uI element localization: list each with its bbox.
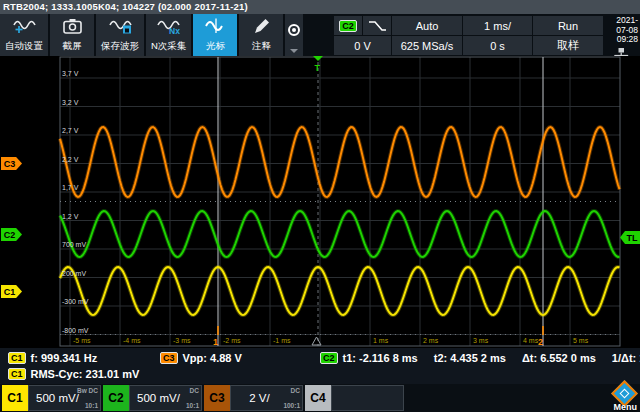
channel-scale-field[interactable] [331,385,404,411]
waveform-c2 [60,211,620,257]
voltage-label: 3,2 V [62,99,79,106]
time-label: 3 ms [473,337,489,344]
run-state-cell[interactable]: Run [533,16,603,35]
toolbar-handle[interactable] [285,14,303,56]
trigger-level: 0 V [354,40,371,52]
toolbar-button-label: N次采集 [151,40,186,53]
timebase-value: 1 ms/ [484,20,511,32]
sample-rate-cell[interactable]: 625 MSa/s [392,36,462,55]
channel-badge: C2 [320,352,338,364]
top-bar: 自动设置截屏保存波形NxN次采集光标注释 C2 Auto 1 ms/ Run [0,14,640,56]
voltage-label: -800 mV [62,327,89,334]
channel-scale-field[interactable]: 500 mV/Bw DC10:1 [28,385,101,411]
channel-scale-field[interactable]: 2 V/DC100:1 [230,385,303,411]
trigger-acquisition-panel: C2 Auto 1 ms/ Run 0 V 625 MSa/s [334,16,603,55]
channel-block-c1[interactable]: C1500 mV/Bw DC10:1 [2,385,101,411]
title-bar: RTB2004; 1333.1005K04; 104227 (02.000 20… [0,0,640,14]
channel-probe: 100:1 [283,402,300,409]
voltage-label: 200 mV [62,270,86,277]
graticule-svg: T3,7 V3,2 V2,7 V2,2 V1,7 V1,2 V700 mV200… [0,56,640,348]
time-label: -1 ms [273,337,291,344]
cursor-result-value: 1/Δt: 152.63 Hz [612,352,640,364]
channel-coupling-probe: Bw DC10:1 [77,387,98,409]
sine-cursor-icon [203,17,228,35]
chevron-down-icon [290,49,298,53]
voltage-label: 1,2 V [62,213,79,220]
channel-coupling-probe: DC100:1 [283,387,300,409]
trigger-mode-cell[interactable]: Auto [392,16,462,35]
sine-nx-icon: Nx [156,17,181,35]
horizontal-position: 0 s [490,40,505,52]
measurement-bar: C1f: 999.341 HzC3Vpp: 4.88 VC1RMS-Cyc: 2… [0,348,640,384]
channel-block-c2[interactable]: C2500 mV/DC10:1 [103,385,202,411]
measurement-value: f: 999.341 Hz [31,352,98,364]
voltage-label: 700 mV [62,241,86,248]
horizontal-position-cell[interactable]: 0 s [463,36,532,55]
date-label: 2021-07-08 [604,16,638,35]
trigger-position-icon[interactable] [313,56,323,61]
toolbar-button-cursor[interactable]: 光标 [193,14,237,56]
measurement-value: Vpp: 4.88 V [183,352,242,364]
channel-scale-field[interactable]: 500 mV/DC10:1 [129,385,202,411]
channel-bar: C1500 mV/Bw DC10:1C2500 mV/DC10:1C32 V/D… [0,384,640,412]
sine-save-icon [108,17,133,35]
voltage-label: 2,7 V [62,127,79,134]
trigger-level-cell[interactable]: 0 V [334,36,391,55]
channel-name-badge: C2 [103,385,129,411]
acquisition-mode: 取样 [557,38,579,53]
run-state: Run [558,20,578,32]
voltage-label: -300 mV [62,298,89,305]
time-label: 5 ms [573,337,589,344]
time-label: 2 ms [423,337,439,344]
cursor-result-value: t2: 4.435 2 ms [434,352,506,364]
toolbar: 自动设置截屏保存波形NxN次采集光标注释 [0,14,283,56]
channel-block-c3[interactable]: C32 V/DC100:1 [204,385,303,411]
time-label: -3 ms [173,337,191,344]
channel-name-badge: C1 [2,385,28,411]
channel-probe: 10:1 [85,402,98,409]
toolbar-button-label: 截屏 [63,40,82,53]
time-label: 4 ms [523,337,539,344]
pencil-icon [249,17,274,35]
svg-text:Nx: Nx [169,26,180,35]
time-label: -2 ms [223,337,241,344]
channel-probe: 10:1 [186,402,199,409]
trigger-slope-cell[interactable] [363,16,391,35]
falling-edge-icon [366,19,388,33]
toolbar-button-nx-acquire[interactable]: NxN次采集 [146,14,191,56]
trigger-source-badge: C2 [339,20,357,32]
channel-scale: 500 mV/ [36,392,79,404]
menu-button[interactable]: Menu [614,402,638,412]
waveform-c3 [60,127,620,197]
cursor2-label[interactable]: 2 [538,337,543,347]
acquisition-mode-cell[interactable]: 取样 [533,36,603,55]
waveforms [60,127,620,315]
oscilloscope-screen: RTB2004; 1333.1005K04; 104227 (02.000 20… [0,0,640,412]
time-label: 1 ms [373,337,389,344]
channel-block-c4[interactable]: C4 [305,385,404,411]
status-block: 2021-07-08 09:28 [604,16,640,56]
trigger-source-cell[interactable]: C2 [334,16,362,35]
toolbar-button-annotate[interactable]: 注释 [239,14,283,56]
cursor1-label[interactable]: 1 [213,337,218,347]
trigger-marker-label: T [315,63,321,73]
toolbar-button-save-waveform[interactable]: 保存波形 [96,14,144,56]
channel-badge: C1 [8,368,26,380]
toolbar-button-screenshot[interactable]: 截屏 [50,14,94,56]
channel-coupling: DC [291,387,300,394]
toolbar-button-auto-set[interactable]: 自动设置 [0,14,48,56]
timebase-cell[interactable]: 1 ms/ [463,16,532,35]
measurement-value: RMS-Cyc: 231.01 mV [31,368,140,380]
channel-name-badge: C3 [204,385,230,411]
cursor-result-value: Δt: 6.552 0 ms [522,352,596,364]
cursor-result-value: t1: -2.116 8 ms [343,352,418,364]
channel-coupling-probe: DC10:1 [186,387,199,409]
toolbar-button-label: 自动设置 [5,40,43,53]
waveform-display: T3,7 V3,2 V2,7 V2,2 V1,7 V1,2 V700 mV200… [0,56,640,348]
channel-coupling: Bw DC [77,387,98,394]
time-label: -5 ms [73,337,91,344]
channel-badge: C1 [8,352,26,364]
channel-scale: 500 mV/ [137,392,180,404]
camera-icon [60,17,85,35]
voltage-label: 2,2 V [62,156,79,163]
